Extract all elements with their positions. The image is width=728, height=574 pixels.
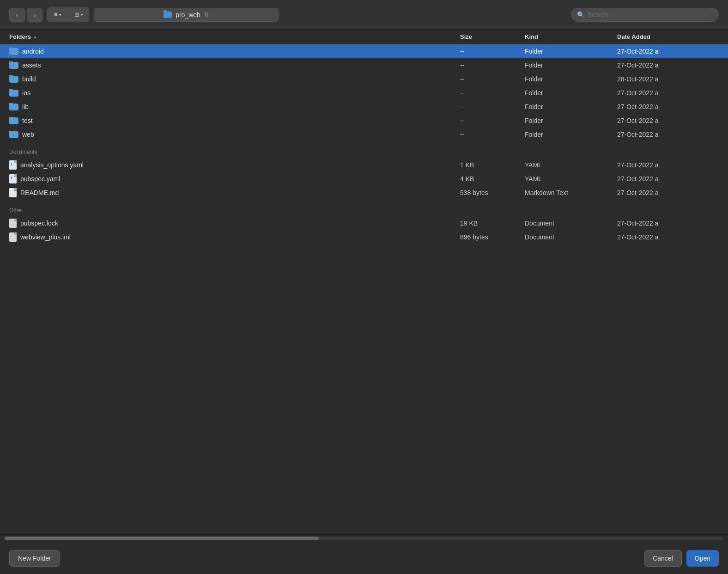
folder-icon (9, 104, 18, 110)
file-kind: Markdown Text (525, 189, 617, 196)
file-size: 1 KB (460, 161, 525, 169)
search-icon: 🔍 (577, 11, 585, 18)
table-row[interactable]: web -- Folder 27-Oct-2022 a (0, 128, 728, 141)
file-name-cell: assets (9, 61, 460, 69)
file-date: 27-Oct-2022 a (617, 61, 719, 69)
grid-view-chevron: ▾ (81, 12, 83, 17)
file-date: 27-Oct-2022 a (617, 48, 719, 55)
doc-icon (9, 232, 17, 242)
col-date[interactable]: Date Added (617, 33, 719, 40)
file-name-cell: android (9, 48, 460, 55)
file-size: 4 KB (460, 175, 525, 183)
file-date: 27-Oct-2022 a (617, 189, 719, 196)
table-row[interactable]: pubspec.lock 19 KB Document 27-Oct-2022 … (0, 216, 728, 230)
action-buttons: Cancel Open (644, 550, 719, 567)
file-date: 28-Oct-2022 a (617, 75, 719, 83)
table-row[interactable]: analysis_options.yaml 1 KB YAML 27-Oct-2… (0, 158, 728, 172)
col-size[interactable]: Size (460, 33, 525, 40)
folder-icon (9, 90, 18, 97)
file-kind: Folder (525, 75, 617, 83)
file-kind: Folder (525, 61, 617, 69)
horizontal-scrollbar[interactable] (0, 534, 728, 542)
folder-icon (9, 131, 18, 138)
search-bar[interactable]: 🔍 (571, 8, 719, 22)
file-size: -- (460, 61, 525, 69)
file-date: 27-Oct-2022 a (617, 89, 719, 97)
file-size: -- (460, 117, 525, 124)
doc-icon (9, 219, 17, 228)
file-name: webview_plus.iml (20, 233, 71, 241)
doc-icon (9, 188, 17, 197)
list-view-chevron: ▾ (59, 12, 61, 17)
file-kind: Folder (525, 117, 617, 124)
file-list: android -- Folder 27-Oct-2022 a assets -… (0, 44, 728, 534)
file-date: 27-Oct-2022 a (617, 117, 719, 124)
forward-icon: › (34, 11, 36, 18)
file-name: android (22, 48, 44, 55)
forward-button[interactable]: › (27, 8, 42, 22)
column-headers: Folders ▲ Size Kind Date Added (0, 30, 728, 44)
file-kind: Document (525, 233, 617, 241)
table-row[interactable]: build -- Folder 28-Oct-2022 a (0, 72, 728, 86)
file-size: -- (460, 75, 525, 83)
file-kind: Folder (525, 131, 617, 138)
file-name: ios (22, 89, 30, 97)
file-name: pubspec.yaml (20, 175, 60, 183)
file-name-cell: pubspec.yaml (9, 174, 460, 183)
open-button[interactable]: Open (686, 550, 719, 567)
file-kind: YAML (525, 175, 617, 183)
folder-icon (9, 48, 18, 55)
grid-view-icon: ⊞ (74, 11, 79, 18)
file-date: 27-Oct-2022 a (617, 103, 719, 110)
search-input[interactable] (588, 11, 713, 18)
file-date: 27-Oct-2022 a (617, 161, 719, 169)
doc-icon (9, 174, 17, 183)
grid-view-button[interactable]: ⊞ ▾ (68, 8, 89, 22)
folder-icon (9, 76, 18, 83)
file-name-cell: analysis_options.yaml (9, 160, 460, 170)
file-name: analysis_options.yaml (20, 161, 84, 169)
list-view-icon: ≡ (54, 11, 58, 18)
col-name[interactable]: Folders ▲ (9, 33, 460, 40)
new-folder-button[interactable]: New Folder (9, 550, 60, 567)
other-section-label: Other (0, 200, 728, 216)
table-row[interactable]: lib -- Folder 27-Oct-2022 a (0, 100, 728, 114)
location-arrows: ⇅ (204, 12, 209, 18)
folder-icon (9, 62, 18, 69)
doc-icon (9, 160, 17, 170)
list-view-button[interactable]: ≡ ▾ (48, 8, 68, 22)
file-name: assets (22, 61, 41, 69)
sort-arrow: ▲ (33, 34, 37, 39)
file-name: test (22, 117, 33, 124)
documents-section-label: Documents (0, 141, 728, 158)
scrollbar-thumb[interactable] (5, 537, 319, 540)
table-row[interactable]: assets -- Folder 27-Oct-2022 a (0, 58, 728, 72)
back-icon: ‹ (16, 11, 18, 18)
back-button[interactable]: ‹ (9, 8, 25, 22)
file-size: 19 KB (460, 220, 525, 227)
file-name-cell: README.md (9, 188, 460, 197)
folder-icon (164, 12, 172, 18)
col-kind[interactable]: Kind (525, 33, 617, 40)
file-size: -- (460, 103, 525, 110)
file-date: 27-Oct-2022 a (617, 220, 719, 227)
cancel-button[interactable]: Cancel (644, 550, 682, 567)
nav-buttons: ‹ › (9, 8, 42, 22)
table-row[interactable]: test -- Folder 27-Oct-2022 a (0, 114, 728, 128)
file-size: -- (460, 89, 525, 97)
table-row[interactable]: android -- Folder 27-Oct-2022 a (0, 44, 728, 58)
file-name: lib (22, 103, 29, 110)
table-row[interactable]: README.md 538 bytes Markdown Text 27-Oct… (0, 186, 728, 200)
table-row[interactable]: webview_plus.iml 896 bytes Document 27-O… (0, 230, 728, 244)
location-bar[interactable]: pro_web ⇅ (94, 8, 279, 22)
folder-icon (9, 117, 18, 124)
file-name: README.md (20, 189, 59, 196)
file-name: build (22, 75, 36, 83)
file-date: 27-Oct-2022 a (617, 131, 719, 138)
table-row[interactable]: ios -- Folder 27-Oct-2022 a (0, 86, 728, 100)
file-kind: Document (525, 220, 617, 227)
file-size: 896 bytes (460, 233, 525, 241)
table-row[interactable]: pubspec.yaml 4 KB YAML 27-Oct-2022 a (0, 172, 728, 186)
file-kind: Folder (525, 103, 617, 110)
file-name-cell: ios (9, 89, 460, 97)
